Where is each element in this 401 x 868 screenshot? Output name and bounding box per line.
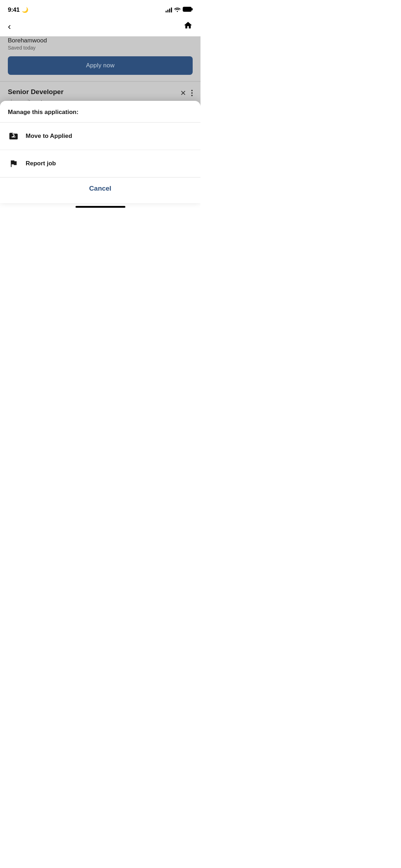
content-area: Borehamwood Saved today Apply now Senior… xyxy=(0,36,200,203)
cancel-area: Cancel xyxy=(0,177,200,203)
report-job-item[interactable]: Report job xyxy=(0,150,200,177)
status-bar: 9:41 🌙 xyxy=(0,0,200,18)
move-to-applied-item[interactable]: Move to Applied xyxy=(0,123,200,150)
job-saved-1: Saved today xyxy=(8,45,193,51)
back-button[interactable]: ‹ xyxy=(8,21,11,32)
close-icon-2[interactable]: ✕ xyxy=(180,89,186,97)
apply-button-1[interactable]: Apply now xyxy=(8,56,193,75)
sheet-title: Manage this application: xyxy=(0,101,200,123)
cancel-button[interactable]: Cancel xyxy=(89,185,111,192)
moon-icon: 🌙 xyxy=(22,7,28,13)
nav-bar: ‹ xyxy=(0,18,200,36)
home-button[interactable] xyxy=(183,21,193,32)
home-indicator xyxy=(0,203,200,210)
status-icons xyxy=(166,7,193,13)
job-title-2: Senior Developer xyxy=(8,88,180,96)
status-time: 9:41 xyxy=(8,6,20,14)
battery-icon xyxy=(183,7,193,13)
job-location-1: Borehamwood xyxy=(8,37,193,44)
job-card-1: Borehamwood Saved today Apply now xyxy=(0,36,200,82)
wifi-icon xyxy=(174,7,181,13)
move-to-applied-label: Move to Applied xyxy=(26,133,72,140)
home-bar xyxy=(75,206,125,208)
more-menu-icon-2[interactable] xyxy=(191,90,193,96)
job-card-2-header: Senior Developer ✕ xyxy=(8,88,193,97)
svg-rect-0 xyxy=(183,7,192,12)
signal-icon xyxy=(166,7,172,12)
bottom-sheet: Manage this application: Move to Applied… xyxy=(0,101,200,203)
report-job-icon xyxy=(8,158,19,169)
move-to-applied-icon xyxy=(8,130,19,142)
report-job-label: Report job xyxy=(26,160,56,167)
svg-rect-1 xyxy=(192,8,193,10)
card-actions-2: ✕ xyxy=(180,88,193,97)
